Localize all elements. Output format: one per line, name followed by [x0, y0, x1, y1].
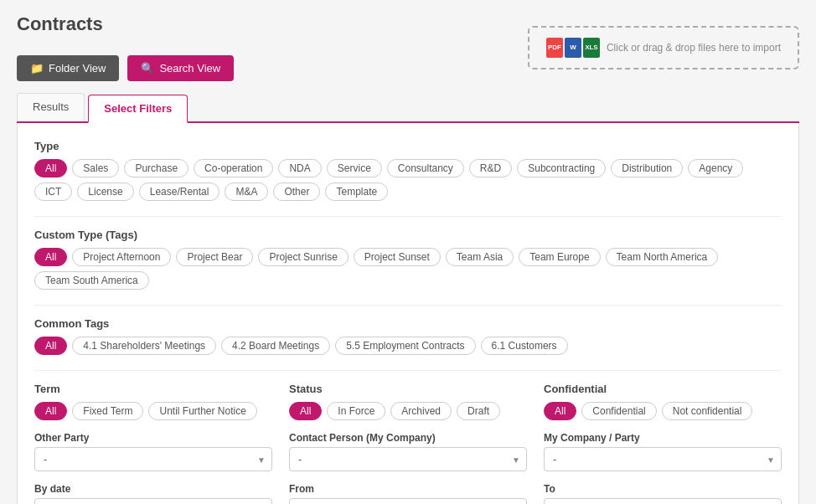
my-company-label: My Company / Party	[544, 432, 782, 444]
tag-all[interactable]: All	[544, 402, 576, 420]
confidential-col: Confidential AllConfidentialNot confiden…	[544, 383, 782, 420]
tag-all[interactable]: All	[34, 337, 67, 355]
drop-icons: PDF W XLS	[546, 38, 600, 58]
tag-sales[interactable]: Sales	[72, 159, 119, 177]
tag-4-2-board-meetings[interactable]: 4.2 Board Meetings	[221, 337, 330, 355]
type-section: Type AllSalesPurchaseCo-operationNDAServ…	[34, 140, 782, 201]
file-drop-zone[interactable]: PDF W XLS Click or drag & drop files her…	[528, 26, 799, 69]
drop-zone-text: Click or drag & drop files here to impor…	[607, 42, 781, 54]
tag-other[interactable]: Other	[273, 183, 320, 201]
tag-m-a[interactable]: M&A	[225, 183, 268, 201]
tag-ict[interactable]: ICT	[34, 183, 72, 201]
to-col: To 3/20/2018	[544, 483, 782, 504]
to-label: To	[544, 483, 782, 495]
tag-template[interactable]: Template	[325, 183, 388, 201]
tag-consultancy[interactable]: Consultancy	[387, 159, 464, 177]
term-status-row: Term AllFixed TermUntil Further Notice S…	[34, 383, 782, 420]
from-label: From	[289, 483, 527, 495]
tab-results[interactable]: Results	[17, 93, 85, 121]
from-input[interactable]	[289, 498, 527, 504]
contact-person-select[interactable]: -	[289, 447, 527, 471]
tag-4-1-shareholders--meetings[interactable]: 4.1 Shareholders' Meetings	[72, 337, 216, 355]
tag-project-sunrise[interactable]: Project Sunrise	[258, 248, 348, 266]
filter-panel: Type AllSalesPurchaseCo-operationNDAServ…	[17, 123, 799, 504]
from-col: From	[289, 483, 527, 504]
my-company-col: My Company / Party -	[544, 432, 782, 471]
tag-all[interactable]: All	[289, 402, 322, 420]
tag-subcontracting[interactable]: Subcontracting	[517, 159, 606, 177]
tag-team-north-america[interactable]: Team North America	[606, 248, 719, 266]
tag-all[interactable]: All	[34, 159, 67, 177]
tag-confidential[interactable]: Confidential	[581, 402, 656, 420]
folder-icon: 📁	[30, 62, 44, 75]
to-input[interactable]: 3/20/2018	[544, 498, 782, 504]
tag-lease-rental[interactable]: Lease/Rental	[139, 183, 220, 201]
tag-service[interactable]: Service	[327, 159, 382, 177]
tag-purchase[interactable]: Purchase	[124, 159, 189, 177]
term-label: Term	[34, 383, 272, 395]
date-row: By date Select field... From To 3/20/201…	[34, 483, 782, 504]
other-party-label: Other Party	[34, 432, 272, 444]
contact-person-label: Contact Person (My Company)	[289, 432, 527, 444]
type-tags: AllSalesPurchaseCo-operationNDAServiceCo…	[34, 159, 782, 201]
tab-bar: Results Select Filters	[17, 93, 799, 123]
tag-in-force[interactable]: In Force	[327, 402, 385, 420]
status-label: Status	[289, 383, 527, 395]
type-label: Type	[34, 140, 782, 152]
tag-all[interactable]: All	[34, 402, 67, 420]
other-party-select[interactable]: -	[34, 447, 272, 471]
tag-project-sunset[interactable]: Project Sunset	[354, 248, 441, 266]
tab-select-filters[interactable]: Select Filters	[88, 95, 188, 123]
tag-nda[interactable]: NDA	[278, 159, 321, 177]
by-date-col: By date Select field...	[34, 483, 272, 504]
tag-5-5-employment-contracts[interactable]: 5.5 Employment Contracts	[335, 337, 475, 355]
tag-team-asia[interactable]: Team Asia	[446, 248, 514, 266]
tag-all[interactable]: All	[34, 248, 67, 266]
confidential-tags: AllConfidentialNot confidential	[544, 402, 782, 420]
tag-6-1-customers[interactable]: 6.1 Customers	[481, 337, 568, 355]
by-date-label: By date	[34, 483, 272, 495]
search-icon: 🔍	[141, 62, 154, 75]
tag-license[interactable]: License	[77, 183, 133, 201]
custom-type-label: Custom Type (Tags)	[34, 229, 782, 241]
tag-team-europe[interactable]: Team Europe	[519, 248, 600, 266]
tag-team-south-america[interactable]: Team South America	[34, 271, 149, 290]
common-tags-tags: All4.1 Shareholders' Meetings4.2 Board M…	[34, 337, 782, 355]
common-tags-section: Common Tags All4.1 Shareholders' Meeting…	[34, 317, 782, 355]
tag-until-further-notice[interactable]: Until Further Notice	[148, 402, 256, 420]
tag-distribution[interactable]: Distribution	[611, 159, 683, 177]
confidential-label: Confidential	[544, 383, 782, 395]
tag-project-bear[interactable]: Project Bear	[176, 248, 253, 266]
term-col: Term AllFixed TermUntil Further Notice	[34, 383, 272, 420]
folder-view-button[interactable]: 📁 Folder View	[17, 55, 119, 81]
tag-fixed-term[interactable]: Fixed Term	[72, 402, 143, 420]
status-col: Status AllIn ForceArchivedDraft	[289, 383, 527, 420]
term-tags: AllFixed TermUntil Further Notice	[34, 402, 272, 420]
tag-project-afternoon[interactable]: Project Afternoon	[72, 248, 171, 266]
page-title: Contracts	[17, 13, 234, 35]
pdf-icon: PDF	[546, 38, 563, 58]
tag-r-d[interactable]: R&D	[469, 159, 512, 177]
tag-agency[interactable]: Agency	[688, 159, 743, 177]
my-company-select[interactable]: -	[544, 447, 782, 471]
tag-not-confidential[interactable]: Not confidential	[662, 402, 753, 420]
status-tags: AllIn ForceArchivedDraft	[289, 402, 527, 420]
custom-type-section: Custom Type (Tags) AllProject AfternoonP…	[34, 229, 782, 290]
contact-person-col: Contact Person (My Company) -	[289, 432, 527, 471]
tag-co-operation[interactable]: Co-operation	[194, 159, 273, 177]
excel-icon: XLS	[583, 38, 600, 58]
custom-type-tags: AllProject AfternoonProject BearProject …	[34, 248, 782, 290]
by-date-select[interactable]: Select field...	[34, 498, 272, 504]
tag-draft[interactable]: Draft	[457, 402, 500, 420]
word-icon: W	[565, 38, 581, 58]
search-view-button[interactable]: 🔍 Search View	[127, 55, 234, 81]
party-row: Other Party - Contact Person (My Company…	[34, 432, 782, 471]
common-tags-label: Common Tags	[34, 317, 782, 330]
other-party-col: Other Party -	[34, 432, 272, 471]
tag-archived[interactable]: Archived	[390, 402, 452, 420]
